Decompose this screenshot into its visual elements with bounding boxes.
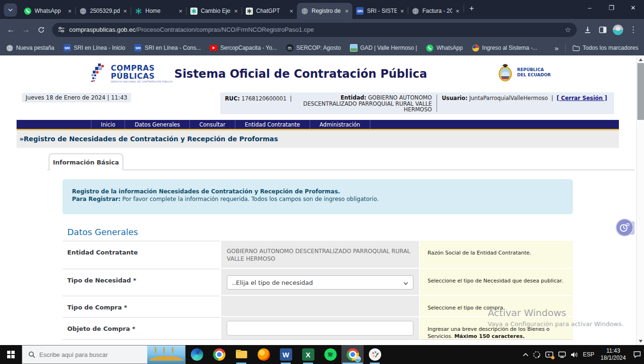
bookmark-ingreso-sistema[interactable]: Ingreso al Sistema -... bbox=[472, 44, 537, 52]
tab-close-icon[interactable]: × bbox=[234, 8, 238, 15]
divider bbox=[565, 44, 566, 52]
ecuador-arms-icon bbox=[472, 44, 479, 52]
scrollbar-thumb[interactable] bbox=[637, 63, 644, 120]
tray-display-sync-icon[interactable] bbox=[545, 351, 554, 358]
bookmark-nueva-pestana[interactable]: Nueva pestaña bbox=[6, 44, 54, 52]
new-tab-button[interactable]: + bbox=[465, 2, 478, 15]
bookmark-gad-valle-hermoso[interactable]: GAD | Valle Hermoso | bbox=[350, 44, 417, 52]
menu-item-inicio[interactable]: Inicio bbox=[91, 120, 125, 129]
maximize-button[interactable]: ❐ bbox=[600, 0, 622, 15]
taskbar-app-file-explorer[interactable] bbox=[230, 345, 252, 364]
bookmark-sri-consultas[interactable]: SRI SRI en Línea - Cons... bbox=[134, 44, 201, 52]
breadcrumb-bar: »Registro de Necesidades de Contratación… bbox=[17, 130, 619, 148]
news-widget-image[interactable] bbox=[147, 346, 185, 364]
taskbar-app-word[interactable]: W bbox=[275, 345, 297, 364]
profile-avatar[interactable] bbox=[613, 25, 623, 35]
url-bar[interactable]: compraspublicas.gob.ec/ProcesoContrataci… bbox=[52, 23, 577, 37]
session-info-bar: RUC: 1768120600001 | Entidad: GOBIERNO A… bbox=[220, 92, 614, 114]
bookmarks-overflow-chevron[interactable]: » bbox=[555, 44, 558, 52]
volume-icon[interactable] bbox=[571, 351, 579, 358]
reload-button[interactable] bbox=[34, 23, 48, 37]
bookmark-sercop-agosto[interactable]: m SERCOP: Agosto bbox=[286, 44, 341, 52]
all-bookmarks-button[interactable]: Todos los marcadores bbox=[572, 44, 638, 52]
tab-close-icon[interactable]: × bbox=[400, 8, 404, 15]
datetime-box: Jueves 18 de Enero de 2024 | 11:43 bbox=[22, 93, 131, 102]
site-info-icon[interactable] bbox=[58, 27, 65, 33]
tab-close-icon[interactable]: × bbox=[123, 8, 127, 15]
tipo-necesidad-select[interactable]: ..Elija el tipo de necesidad bbox=[227, 275, 413, 290]
action-center-icon[interactable] bbox=[633, 351, 641, 358]
back-button[interactable]: ← bbox=[4, 23, 18, 37]
search-icon bbox=[28, 351, 36, 358]
bookmark-label: SRI en Línea - Inicio bbox=[74, 45, 125, 51]
url-text[interactable]: compraspublicas.gob.ec/ProcesoContrataci… bbox=[69, 26, 561, 33]
tab-title: Home bbox=[145, 8, 175, 14]
taskbar-app-excel[interactable]: X bbox=[297, 345, 319, 364]
start-button[interactable] bbox=[0, 345, 22, 364]
bookmark-sercopcapacita[interactable]: SercopCapacita - Yo... bbox=[210, 44, 277, 52]
menu-item-datos-generales[interactable]: Datos Generales bbox=[125, 120, 189, 129]
breadcrumb: »Registro de Necesidades de Contratación… bbox=[17, 130, 619, 143]
field-label: Entidad Contratante bbox=[63, 241, 220, 268]
chevron-down-icon bbox=[403, 279, 408, 286]
scroll-down-arrow[interactable] bbox=[637, 337, 644, 345]
tab-close-icon[interactable]: × bbox=[456, 8, 459, 15]
taskbar-app-chrome[interactable] bbox=[208, 345, 230, 364]
tab-home[interactable]: Home × bbox=[131, 3, 186, 19]
menu-item-consultar[interactable]: Consultar bbox=[190, 120, 235, 129]
tab-informacion-basica[interactable]: Información Básica bbox=[49, 154, 123, 170]
tab-search-button[interactable] bbox=[4, 3, 17, 17]
page-scrollbar[interactable] bbox=[636, 55, 644, 345]
paint-icon bbox=[369, 348, 381, 361]
profile-badge-icon bbox=[355, 356, 361, 362]
taskbar-app-edge[interactable] bbox=[186, 345, 208, 364]
tray-expand-chevron[interactable] bbox=[523, 353, 528, 356]
tab-pdf[interactable]: 2505329.pdf × bbox=[75, 3, 131, 19]
extension-floating-button[interactable] bbox=[616, 218, 635, 237]
cerrar-sesion-link[interactable]: [ Cerrar Sesión ] bbox=[556, 95, 607, 101]
clock-time: 11:43 bbox=[599, 347, 628, 355]
taskbar-search-box[interactable] bbox=[22, 345, 186, 364]
forward-button[interactable]: → bbox=[19, 23, 33, 37]
clock-extension-icon[interactable] bbox=[616, 218, 634, 237]
menu-item-administracion[interactable]: Administración bbox=[310, 120, 370, 129]
usuario-field: Usuario: JuntaParroquialValleHermoso | [… bbox=[438, 95, 609, 112]
browser-menu-button[interactable]: ⋮ bbox=[626, 23, 640, 37]
tab-factura[interactable]: Factura - 202 × bbox=[408, 3, 463, 19]
network-icon[interactable] bbox=[558, 351, 566, 358]
tab-registro-active[interactable]: Registro de l × bbox=[297, 3, 352, 19]
taskbar-search-input[interactable] bbox=[36, 351, 147, 358]
taskbar-app-chrome-active[interactable] bbox=[341, 345, 364, 364]
globe-icon bbox=[6, 44, 13, 52]
tab-close-icon[interactable]: × bbox=[289, 8, 293, 15]
tab-close-icon[interactable]: × bbox=[179, 8, 182, 15]
bookmark-sri-inicio[interactable]: SRI SRI en Línea - Inicio bbox=[63, 44, 125, 52]
downloads-button[interactable] bbox=[581, 23, 595, 37]
tab-whatsapp[interactable]: WhatsApp × bbox=[20, 3, 75, 19]
firefox-icon bbox=[258, 348, 270, 361]
taskbar-app-paint[interactable] bbox=[364, 345, 386, 364]
close-button[interactable]: ✕ bbox=[622, 0, 644, 15]
bookmark-star-icon[interactable]: ☆ bbox=[565, 26, 571, 34]
minimize-button[interactable]: – bbox=[579, 0, 600, 15]
meta-icon: m bbox=[286, 44, 294, 52]
system-tray: ESP 11:43 18/1/2024 bbox=[523, 345, 644, 364]
tab-sri[interactable]: SRI SRI - SISTEM × bbox=[352, 3, 408, 19]
tab-cambio[interactable]: Cambio Ejer × bbox=[186, 3, 242, 19]
menu-item-entidad-contratante[interactable]: Entidad Contratante bbox=[235, 120, 310, 129]
tab-close-icon[interactable]: × bbox=[345, 8, 349, 15]
tab-chatgpt[interactable]: ChatGPT × bbox=[242, 3, 297, 19]
tab-title: 2505329.pdf bbox=[90, 8, 120, 14]
scroll-up-arrow[interactable] bbox=[637, 56, 644, 63]
objeto-de-compra-input[interactable] bbox=[227, 321, 413, 336]
side-panel-button[interactable] bbox=[596, 23, 610, 37]
taskbar-app-spotify[interactable] bbox=[319, 345, 341, 364]
tray-capture-icon[interactable] bbox=[533, 351, 541, 359]
chevron-down-icon bbox=[8, 9, 13, 11]
taskbar-clock[interactable]: 11:43 18/1/2024 bbox=[599, 347, 628, 362]
language-indicator[interactable]: ESP bbox=[583, 351, 594, 358]
tab-close-icon[interactable]: × bbox=[68, 8, 72, 15]
bookmark-label: SercopCapacita - Yo... bbox=[220, 45, 277, 51]
taskbar-app-firefox[interactable] bbox=[252, 345, 275, 364]
bookmark-whatsapp[interactable]: WhatsApp bbox=[426, 44, 463, 52]
